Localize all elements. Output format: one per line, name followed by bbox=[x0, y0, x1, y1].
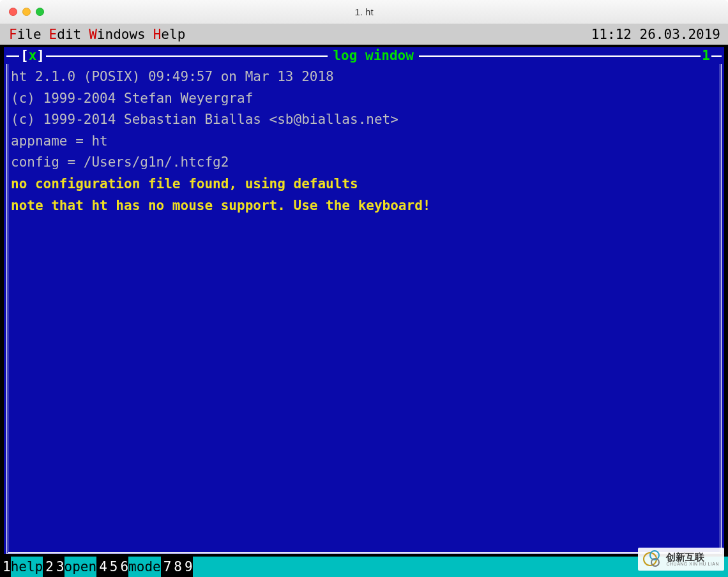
frame-line bbox=[46, 55, 328, 57]
log-line: (c) 1999-2004 Stefan Weyergraf bbox=[11, 88, 717, 110]
log-window-titlebar: [x] log window 1 bbox=[4, 47, 724, 64]
close-icon[interactable]: [x] bbox=[19, 48, 46, 63]
zoom-button[interactable] bbox=[36, 8, 44, 16]
log-window-title: log window bbox=[328, 48, 418, 63]
traffic-lights bbox=[9, 8, 44, 16]
close-button[interactable] bbox=[9, 8, 17, 16]
watermark: 创新互联 CHUANG XIN HU LIAN bbox=[638, 548, 724, 571]
menu-help[interactable]: Help bbox=[149, 27, 190, 42]
watermark-text: 创新互联 CHUANG XIN HU LIAN bbox=[666, 552, 719, 566]
menu-items: File Edit Windows Help bbox=[5, 27, 189, 42]
watermark-logo-icon bbox=[643, 550, 661, 568]
menu-edit[interactable]: Edit bbox=[45, 27, 86, 42]
log-content: ht 2.1.0 (POSIX) 09:49:57 on Mar 13 2018… bbox=[8, 64, 720, 219]
menu-windows[interactable]: Windows bbox=[85, 27, 149, 42]
log-line-warning: note that ht has no mouse support. Use t… bbox=[11, 195, 717, 217]
log-line: ht 2.1.0 (POSIX) 09:49:57 on Mar 13 2018 bbox=[11, 66, 717, 88]
func-key-2[interactable]: 2 bbox=[43, 557, 54, 577]
log-line: config = /Users/g1n/.htcfg2 bbox=[11, 152, 717, 174]
func-key-8[interactable]: 8 bbox=[171, 557, 182, 577]
log-line-warning: no configuration file found, using defau… bbox=[11, 174, 717, 195]
minimize-button[interactable] bbox=[22, 8, 31, 16]
terminal-area: File Edit Windows Help 11:12 26.03.2019 … bbox=[0, 24, 728, 577]
log-line: (c) 1999-2014 Sebastian Biallas <sb@bial… bbox=[11, 109, 717, 131]
app-window: 1. ht File Edit Windows Help 11:12 26.03… bbox=[0, 0, 728, 577]
function-key-bar: 1 help 2 3 open 4 5 6 mode bbox=[0, 557, 728, 577]
menubar: File Edit Windows Help 11:12 26.03.2019 bbox=[0, 24, 728, 45]
func-key-3[interactable]: 3 open bbox=[54, 557, 96, 577]
func-key-4[interactable]: 4 bbox=[96, 557, 107, 577]
frame-line bbox=[711, 55, 722, 57]
menu-file[interactable]: File bbox=[5, 27, 45, 42]
func-key-7[interactable]: 7 bbox=[161, 557, 172, 577]
window-title: 1. ht bbox=[8, 6, 720, 17]
clock-date: 11:12 26.03.2019 bbox=[591, 27, 723, 42]
func-key-6[interactable]: 6 mode bbox=[118, 557, 160, 577]
func-key-1[interactable]: 1 help bbox=[0, 557, 43, 577]
func-key-5[interactable]: 5 bbox=[107, 557, 118, 577]
log-line: appname = ht bbox=[11, 131, 717, 153]
titlebar: 1. ht bbox=[0, 0, 728, 24]
frame-line bbox=[419, 55, 701, 57]
log-window-body: ht 2.1.0 (POSIX) 09:49:57 on Mar 13 2018… bbox=[6, 64, 722, 554]
log-window-index: 1 bbox=[701, 48, 711, 63]
log-window: [x] log window 1 ht 2.1.0 (POSIX) 09:49:… bbox=[0, 45, 728, 557]
frame-line bbox=[6, 55, 19, 57]
